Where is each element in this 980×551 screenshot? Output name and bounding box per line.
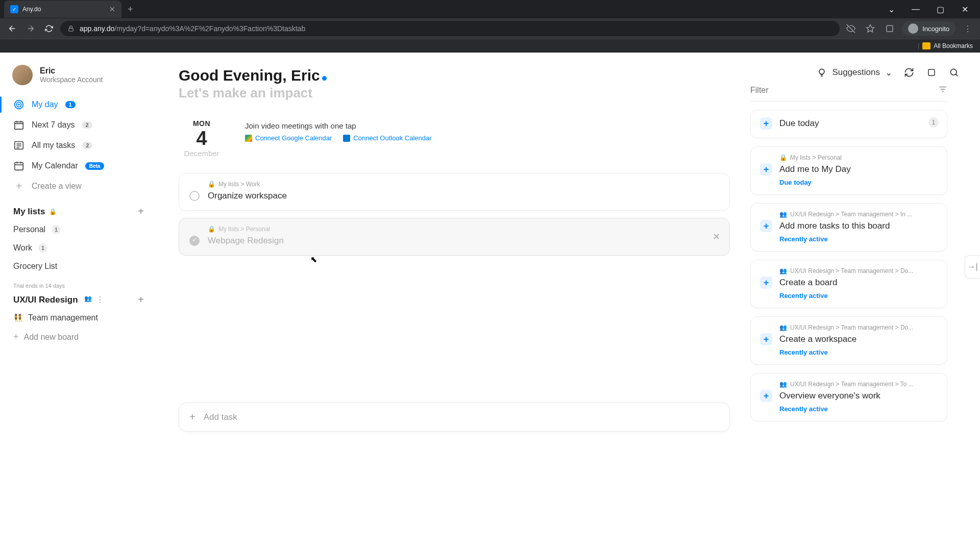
mylists-header: My lists 🔒 + [8, 196, 149, 220]
new-tab-button[interactable]: + [121, 4, 139, 15]
remove-task-icon[interactable]: ✕ [713, 231, 720, 242]
checklist-icon [13, 140, 24, 151]
collapse-panel-button[interactable]: →| [965, 255, 980, 279]
list-label: Personal [13, 225, 45, 234]
svg-rect-10 [928, 69, 935, 76]
add-suggestion-icon[interactable]: + [760, 163, 772, 176]
task-checkbox[interactable] [189, 191, 200, 201]
search-icon[interactable] [948, 67, 960, 78]
people-icon: 👥 [779, 267, 787, 274]
url-field[interactable]: app.any.do/myday?d=anydo%3A%2F%2Fanydo%3… [60, 21, 840, 36]
suggestion-tag: Due today [779, 179, 938, 186]
window-minimize[interactable]: ― [904, 1, 927, 17]
suggestion-card[interactable]: 🔒My lists > Personal + Add me to My Day … [750, 146, 947, 195]
svg-rect-0 [69, 28, 73, 31]
menu-icon[interactable]: ⋮ [961, 21, 975, 36]
window-close[interactable]: ✕ [953, 1, 976, 17]
list-work[interactable]: Work 1 [8, 239, 149, 257]
nav-next-7-days[interactable]: Next 7 days 2 [8, 115, 149, 135]
create-view[interactable]: + Create a view [8, 176, 149, 196]
google-calendar-icon [245, 135, 252, 142]
star-icon[interactable] [863, 21, 877, 36]
filter-icon[interactable] [938, 85, 947, 96]
date-dow: MON [179, 119, 225, 128]
add-suggestion-icon[interactable]: + [760, 277, 772, 289]
eye-off-icon[interactable] [844, 21, 858, 36]
user-profile[interactable]: Eric Workspace Account [8, 65, 149, 94]
nav-all-tasks[interactable]: All my tasks 2 [8, 135, 149, 156]
svg-rect-6 [15, 122, 23, 130]
count-badge: 1 [52, 225, 61, 234]
nav-my-calendar[interactable]: My Calendar Beta [8, 156, 149, 176]
sidebar: Eric Workspace Account My day 1 Next 7 d… [0, 53, 158, 551]
suggestion-card[interactable]: 👥UX/UI Redesign > Team management > In .… [750, 203, 947, 252]
extensions-icon[interactable] [883, 21, 897, 36]
count-badge: 2 [82, 121, 92, 129]
forward-button[interactable] [23, 21, 38, 36]
svg-point-9 [819, 69, 824, 74]
add-task-input[interactable]: + Add task [179, 403, 730, 432]
list-grocery[interactable]: Grocery List [8, 257, 149, 276]
add-board-button[interactable]: + [138, 294, 144, 306]
nav-label: All my tasks [32, 141, 75, 150]
suggestion-card[interactable]: 👥UX/UI Redesign > Team management > Do..… [750, 260, 947, 308]
link-label: Connect Google Calendar [255, 134, 332, 142]
date-block: MON 4 December Join video meetings with … [179, 119, 730, 158]
tab-close-icon[interactable]: ✕ [109, 5, 115, 13]
suggestion-group-due-today[interactable]: + Due today 1 [750, 110, 947, 138]
suggestion-tag: Recently active [779, 405, 938, 413]
add-list-button[interactable]: + [138, 206, 144, 217]
suggestion-title: Create a workspace [779, 334, 856, 344]
svg-rect-2 [887, 26, 893, 32]
svg-point-11 [950, 69, 957, 75]
suggestion-card[interactable]: 👥UX/UI Redesign > Team management > To .… [750, 373, 947, 421]
people-icon[interactable]: 👥 [84, 295, 92, 305]
count-badge: 1 [65, 101, 76, 108]
connect-google-calendar[interactable]: Connect Google Calendar [245, 134, 332, 142]
add-suggestion-icon[interactable]: + [760, 220, 772, 232]
people-icon: 👥 [779, 211, 787, 218]
suggestion-title: Create a board [779, 278, 837, 288]
nav-label: Create a view [32, 182, 82, 191]
suggestion-tag: Recently active [779, 235, 938, 243]
favicon: ✓ [10, 5, 18, 13]
people-icon: 👥 [779, 324, 787, 331]
add-new-board[interactable]: + Add new board [8, 327, 149, 347]
browser-tab[interactable]: ✓ Any.do ✕ [4, 1, 121, 18]
workspace-header[interactable]: UX/UI Redesign 👥 ⋮ + [8, 291, 149, 309]
beta-badge: Beta [85, 162, 105, 170]
list-label: Grocery List [13, 262, 57, 271]
plus-icon: + [189, 411, 195, 423]
window-maximize[interactable]: ▢ [929, 1, 951, 17]
count-badge: 1 [38, 243, 47, 253]
incognito-badge[interactable]: Incognito [902, 21, 955, 36]
nav-label: Next 7 days [32, 120, 75, 130]
add-suggestion-icon[interactable]: + [760, 390, 772, 402]
count-badge: 1 [928, 117, 939, 128]
list-personal[interactable]: Personal 1 [8, 220, 149, 239]
suggestions-label: Suggestions [832, 67, 880, 78]
chevron-down-icon[interactable]: ⌄ [880, 1, 902, 17]
plus-icon: + [13, 181, 24, 192]
suggestion-title: Add more tasks to this board [779, 221, 890, 231]
suggestion-card[interactable]: 👥UX/UI Redesign > Team management > Do..… [750, 316, 947, 365]
add-suggestion-icon[interactable]: + [760, 333, 772, 345]
task-card[interactable]: 🔒My lists > Personal Webpage Redesign ✕ [179, 218, 730, 256]
more-icon[interactable]: ⋮ [96, 295, 104, 305]
all-bookmarks[interactable]: All Bookmarks [934, 42, 973, 49]
nav-my-day[interactable]: My day 1 [8, 94, 149, 115]
filter-input[interactable] [750, 86, 938, 95]
task-card[interactable]: 🔒My lists > Work Organize workspace [179, 173, 730, 211]
accent-dot [322, 76, 327, 81]
back-button[interactable] [5, 21, 19, 36]
add-suggestion-icon[interactable]: + [760, 117, 772, 130]
reload-button[interactable] [42, 21, 56, 36]
square-icon[interactable] [926, 67, 937, 78]
task-checkbox[interactable] [189, 236, 200, 246]
connect-outlook-calendar[interactable]: Connect Outlook Calendar [343, 134, 431, 142]
app-root: Eric Workspace Account My day 1 Next 7 d… [0, 53, 980, 551]
suggestions-toggle[interactable]: Suggestions ⌄ [817, 67, 892, 78]
board-team-management[interactable]: 👯 Team management [8, 309, 149, 327]
refresh-icon[interactable] [903, 67, 915, 78]
tab-bar: ✓ Any.do ✕ + ⌄ ― ▢ ✕ [0, 0, 980, 18]
